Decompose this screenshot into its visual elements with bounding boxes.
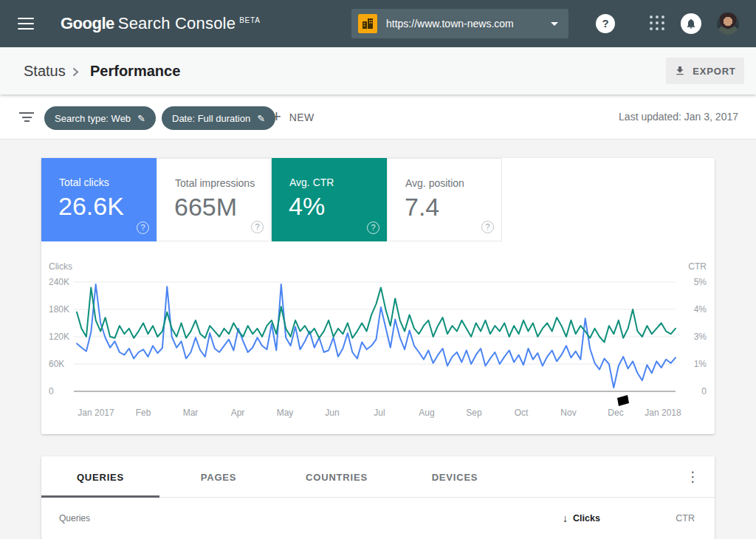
metric-value: 7.4	[405, 193, 439, 222]
metric-label: Total impressions	[175, 177, 255, 189]
performance-chart[interactable]: 240K5%180K4%120K3%60K1%00ClicksCTRJan 20…	[41, 241, 715, 434]
new-filter-label: NEW	[289, 111, 315, 123]
app-logo: GoogleSearch ConsoleBETA	[61, 0, 261, 47]
filter-chip-date[interactable]: Date: Full duration ✎	[162, 106, 275, 130]
metric-tile-avg-ctr[interactable]: Avg. CTR 4% ?	[272, 158, 387, 241]
svg-text:Aug: Aug	[419, 408, 434, 418]
metric-label: Avg. position	[405, 177, 464, 189]
tab-pages[interactable]: PAGES	[159, 456, 278, 498]
tab-devices[interactable]: DEVICES	[396, 456, 514, 498]
svg-text:Jun: Jun	[325, 408, 339, 418]
svg-text:1%: 1%	[694, 359, 707, 369]
help-circle-icon[interactable]: ?	[481, 221, 494, 233]
help-circle-icon[interactable]: ?	[251, 221, 264, 233]
property-building-icon	[358, 14, 377, 33]
filter-chip-search-type-label: Search type: Web	[55, 113, 131, 124]
metric-tile-total-clicks[interactable]: Total clicks 26.6K ?	[41, 158, 157, 241]
svg-text:Apr: Apr	[231, 408, 245, 418]
svg-text:Oct: Oct	[515, 408, 529, 418]
column-header-clicks[interactable]: ↓ Clicks	[563, 498, 600, 539]
chevron-down-icon	[551, 22, 558, 26]
filter-chip-search-type[interactable]: Search type: Web ✎	[44, 106, 156, 130]
last-updated-text: Last updated: Jan 3, 2017	[619, 95, 738, 140]
metric-value: 4%	[289, 192, 325, 221]
svg-text:Jan 2017: Jan 2017	[78, 408, 114, 418]
metric-value: 26.6K	[58, 192, 124, 221]
mouse-cursor-artifact	[617, 395, 629, 406]
breadcrumb-chevron-icon	[72, 66, 79, 80]
metric-tile-avg-position[interactable]: Avg. position 7.4 ?	[387, 158, 502, 241]
svg-text:240K: 240K	[49, 277, 69, 287]
svg-text:4%: 4%	[694, 304, 707, 315]
export-button[interactable]: EXPORT	[666, 58, 744, 84]
help-icon[interactable]: ?	[596, 14, 615, 33]
property-url: https://www.town-news.com	[386, 18, 514, 30]
app-header: GoogleSearch ConsoleBETA https://www.tow…	[0, 0, 756, 47]
column-header-queries: Queries	[59, 498, 90, 539]
svg-text:3%: 3%	[694, 332, 707, 342]
performance-chart-card: Total clicks 26.6K ? Total impressions 6…	[41, 158, 715, 434]
clicks-line	[77, 284, 676, 388]
svg-text:May: May	[277, 408, 294, 418]
svg-text:Dec: Dec	[608, 408, 623, 418]
svg-text:Nov: Nov	[560, 408, 576, 418]
svg-text:60K: 60K	[49, 359, 64, 369]
logo-beta-badge: BETA	[239, 16, 261, 24]
logo-product: Search Console	[118, 14, 236, 32]
page-title: Performance	[90, 47, 180, 95]
svg-text:Mar: Mar	[183, 408, 199, 418]
breadcrumb-bar: Status Performance EXPORT	[0, 47, 756, 95]
apps-grid-icon[interactable]	[650, 16, 666, 32]
svg-text:Feb: Feb	[136, 408, 151, 418]
svg-text:0: 0	[49, 386, 54, 396]
user-avatar[interactable]	[717, 13, 739, 35]
logo-google: Google	[61, 14, 114, 32]
more-options-kebab-icon[interactable]: ⋮	[686, 469, 700, 485]
svg-text:CTR: CTR	[688, 261, 707, 272]
tab-row: QUERIES PAGES COUNTRIES DEVICES ⋮	[41, 456, 715, 498]
property-selector[interactable]: https://www.town-news.com	[351, 9, 568, 38]
breadcrumb-status-link[interactable]: Status	[24, 47, 66, 95]
queries-table-card: QUERIES PAGES COUNTRIES DEVICES ⋮ Querie…	[41, 456, 715, 539]
metric-value: 665M	[174, 193, 237, 222]
plus-icon: +	[272, 107, 281, 126]
tab-countries[interactable]: COUNTRIES	[278, 456, 396, 498]
hamburger-menu-icon[interactable]	[18, 18, 34, 30]
notifications-bell-icon[interactable]	[681, 13, 701, 34]
metric-label: Total clicks	[59, 176, 109, 188]
svg-text:Clicks: Clicks	[49, 261, 72, 272]
help-circle-icon[interactable]: ?	[367, 222, 379, 234]
filter-chip-date-label: Date: Full duration	[172, 113, 250, 124]
filter-icon[interactable]	[19, 112, 34, 123]
edit-pencil-icon: ✎	[137, 113, 145, 124]
metric-tiles: Total clicks 26.6K ? Total impressions 6…	[41, 158, 715, 241]
svg-text:5%: 5%	[694, 277, 707, 287]
metric-tile-total-impressions[interactable]: Total impressions 665M ?	[157, 158, 272, 241]
edit-pencil-icon: ✎	[257, 113, 265, 124]
column-header-ctr[interactable]: CTR	[676, 498, 695, 539]
export-button-label: EXPORT	[693, 66, 735, 77]
new-filter-button[interactable]: + NEW	[272, 95, 314, 140]
metric-label: Avg. CTR	[289, 176, 334, 188]
svg-text:Sep: Sep	[466, 408, 482, 418]
download-icon	[674, 65, 686, 77]
column-header-clicks-label: Clicks	[573, 513, 600, 523]
svg-text:0: 0	[701, 386, 707, 396]
svg-text:180K: 180K	[49, 304, 69, 315]
help-circle-icon[interactable]: ?	[137, 222, 149, 234]
svg-text:120K: 120K	[49, 332, 69, 342]
svg-text:Jan 2018: Jan 2018	[645, 408, 681, 418]
tab-queries[interactable]: QUERIES	[41, 456, 159, 498]
sort-down-arrow-icon: ↓	[563, 512, 568, 524]
svg-text:Jul: Jul	[374, 408, 385, 418]
table-header-row: Queries ↓ Clicks CTR	[41, 498, 715, 539]
